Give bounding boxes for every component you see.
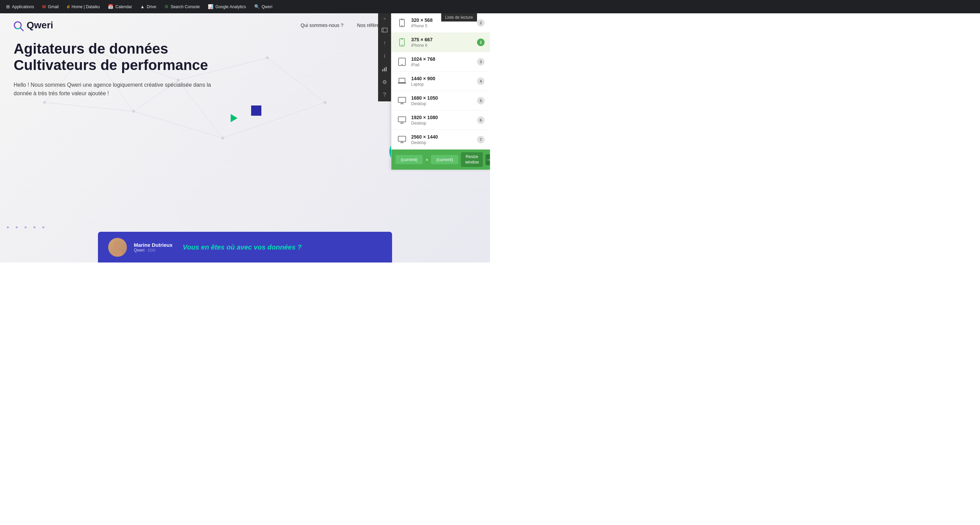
person-company: Qweri COO (134, 248, 172, 252)
calendar-icon: 📅 (108, 4, 113, 9)
device-info: 375 × 667 iPhone 6 (411, 37, 477, 48)
device-badge: 7 (477, 136, 485, 144)
tab-applications[interactable]: ⊞ Applications (3, 3, 38, 11)
settings-icon[interactable]: ⚙ (378, 75, 391, 88)
shape-blue-square (251, 105, 261, 116)
device-item-desktop2[interactable]: 1920 × 1080 Desktop 6 (391, 111, 490, 130)
svg-rect-46 (386, 67, 387, 71)
cursor-icon[interactable]: ↑ (378, 37, 391, 49)
device-name: iPad (411, 62, 477, 67)
hero-title-line1: Agitateurs de données (14, 41, 212, 57)
device-badge: 2 (477, 19, 485, 27)
tab-label: Drive (147, 5, 156, 9)
device-resolution: 1920 × 1080 (411, 115, 477, 120)
tab-label: Gmail (48, 5, 59, 9)
help-icon[interactable]: ? (378, 88, 391, 101)
dataiku-icon: d (67, 4, 70, 9)
device-item-laptop[interactable]: 1440 × 900 Laptop 4 (391, 72, 490, 91)
device-name: Laptop (411, 82, 477, 87)
qweri-tab-icon: 🔍 (254, 4, 260, 9)
svg-point-26 (402, 25, 402, 26)
device-resolution: 1024 × 768 (411, 56, 477, 62)
device-resolution: 2560 × 1440 (411, 134, 477, 140)
tab-label: Home | Dataiku (72, 5, 100, 9)
tab-dataiku[interactable]: d Home | Dataiku (64, 3, 103, 11)
company-name: Qweri (134, 248, 144, 252)
tab-gmail[interactable]: M Gmail (39, 3, 62, 11)
liste-de-lecture-label: Liste de lecture (441, 13, 477, 21)
svg-rect-33 (398, 97, 406, 102)
svg-point-29 (402, 45, 402, 46)
tab-analytics[interactable]: 📊 Google Analytics (204, 3, 249, 11)
device-item-desktop3[interactable]: 2560 × 1440 Desktop 7 (391, 130, 490, 150)
person-name: Marine Dutrieux (134, 242, 172, 248)
svg-rect-44 (382, 69, 383, 71)
search-console-icon: ⚙ (164, 4, 169, 9)
logo-icon (14, 19, 27, 32)
chart-icon[interactable] (378, 62, 391, 75)
device-name: Desktop (411, 101, 477, 106)
device-resolution: 1680 × 1050 (411, 95, 477, 101)
desktop-icon (397, 116, 407, 124)
resize-bar: × Resize window → (391, 150, 490, 170)
hero-title: Agitateurs de données Cultivateurs de pe… (14, 41, 212, 74)
svg-marker-18 (231, 114, 237, 122)
devtools-toolbar: » ↑ i ⚙ ? (378, 13, 391, 101)
tab-drive[interactable]: ▲ Drive (137, 3, 160, 11)
svg-line-21 (20, 28, 23, 31)
resize-window-button[interactable]: Resize window (461, 152, 483, 167)
hero-section: Agitateurs de données Cultivateurs de pe… (14, 41, 212, 98)
page-content: Qweri Qui sommes-nous ? Nos références N… (0, 13, 490, 263)
resize-separator: × (425, 157, 428, 163)
bottom-banner: Marine Dutrieux Qweri COO Vous en êtes o… (98, 232, 392, 263)
svg-point-16 (43, 101, 46, 104)
logo-text: Qweri (27, 20, 53, 31)
svg-point-13 (324, 101, 326, 104)
shape-green-arrow (231, 114, 237, 124)
desktop-icon (397, 136, 407, 144)
devtools-panel: 320 × 568 iPhone 5 2 375 × 667 iPhone 6 … (391, 13, 490, 170)
banner-question: Vous en êtes où avec vos données ? (183, 243, 302, 251)
resize-width-input[interactable] (396, 155, 423, 164)
site-logo: Qweri (14, 19, 53, 32)
expand-devtools-button[interactable]: » (378, 13, 391, 24)
device-badge: 5 (477, 97, 485, 104)
resize-apply-button[interactable]: → (485, 154, 490, 165)
svg-rect-45 (384, 68, 385, 71)
info-icon[interactable]: i (378, 49, 391, 62)
tab-calendar[interactable]: 📅 Calendar (104, 3, 135, 11)
responsive-icon[interactable] (378, 24, 391, 37)
person-role: COO (148, 249, 156, 252)
desktop-icon (397, 97, 407, 104)
phone-icon (397, 19, 407, 27)
tab-search-console[interactable]: ⚙ Search Console (161, 3, 203, 11)
device-resolution: 1440 × 900 (411, 76, 477, 81)
device-badge: 2 (477, 38, 485, 46)
tab-label: Calendar (115, 5, 132, 9)
laptop-icon (397, 78, 407, 85)
svg-point-15 (221, 137, 224, 140)
svg-line-8 (45, 102, 134, 111)
analytics-icon: 📊 (208, 4, 213, 9)
device-name: Desktop (411, 140, 477, 145)
resize-height-input[interactable] (431, 155, 458, 164)
tab-qweri[interactable]: 🔍 Qweri (251, 3, 276, 11)
nav-qui[interactable]: Qui sommes-nous ? (301, 22, 343, 28)
svg-rect-36 (398, 117, 406, 122)
tab-label: Qweri (262, 5, 272, 9)
device-resolution: 375 × 667 (411, 37, 477, 42)
device-item-iphone6[interactable]: 375 × 667 iPhone 6 2 (391, 33, 490, 52)
svg-rect-39 (398, 136, 406, 141)
device-item-desktop1[interactable]: 1680 × 1050 Desktop 5 (391, 91, 490, 111)
tab-label: Search Console (170, 5, 200, 9)
svg-point-22 (113, 241, 121, 249)
svg-point-12 (266, 57, 269, 59)
hero-subtitle: Hello ! Nous sommes Qweri une agence log… (14, 81, 212, 98)
svg-point-23 (111, 250, 124, 257)
phone-icon (397, 38, 407, 46)
hero-title-line2: Cultivateurs de performance (14, 57, 212, 73)
device-list: 320 × 568 iPhone 5 2 375 × 667 iPhone 6 … (391, 13, 490, 150)
device-item-ipad[interactable]: 1024 × 768 iPad 3 (391, 52, 490, 72)
svg-line-7 (134, 111, 223, 138)
device-info: 1024 × 768 iPad (411, 56, 477, 67)
